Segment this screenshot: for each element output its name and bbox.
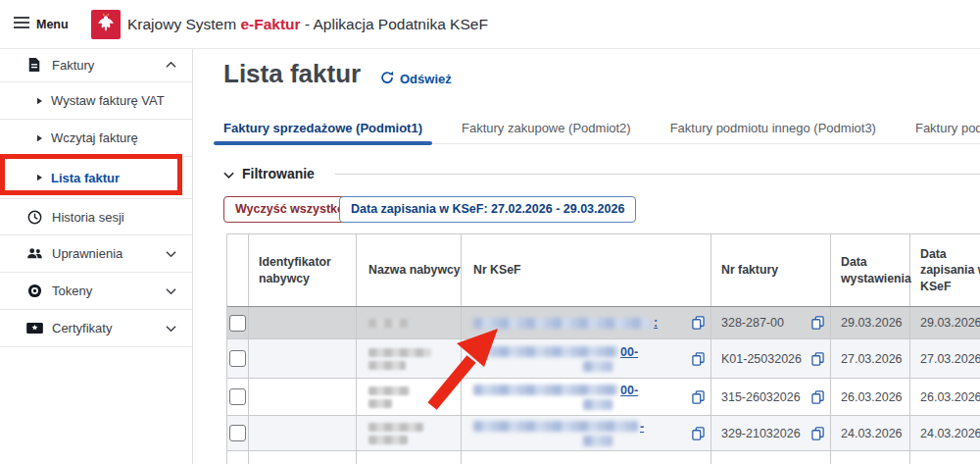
buyer-name-cell <box>357 379 462 415</box>
ksef-app-window: Menu Krajowy System e-Faktur - Aplikacja… <box>0 0 980 464</box>
filter-divider <box>335 174 980 175</box>
redacted-text <box>473 385 618 395</box>
app-header: Menu Krajowy System e-Faktur - Aplikacja… <box>0 0 980 49</box>
sidebar-item-wystaw-fakture-vat[interactable]: Wystaw fakturę VAT <box>0 82 192 120</box>
sidebar-item-label: Wystaw fakturę VAT <box>51 93 165 108</box>
column-header-identyfikator-nabywcy: Identyfikator nabywcy <box>249 234 357 306</box>
issue-date-cell: 26.03.2026 <box>831 379 910 415</box>
buyer-id-cell <box>249 339 357 378</box>
invoice-row[interactable]: 00- 315-26032026 26.03.2026 26.03.2026 <box>227 379 980 416</box>
menu-button[interactable]: Menu <box>14 0 69 48</box>
sidebar-item-label: Tokeny <box>52 284 92 298</box>
issue-date-cell: 24.03.2026 <box>831 416 910 450</box>
copy-icon[interactable] <box>811 427 824 440</box>
redacted-text <box>368 361 406 370</box>
copy-icon[interactable] <box>692 390 705 404</box>
people-icon <box>25 247 43 260</box>
buyer-id-cell <box>249 379 357 415</box>
sidebar-item-label: Lista faktur <box>51 171 120 185</box>
sidebar-item-historia-sesji[interactable]: Historia sesji <box>0 199 192 235</box>
tab-faktury-podmiotu-upowaznionego[interactable]: Faktury podmiotu upoważnionego <box>906 116 980 143</box>
tab-faktury-sprzedazowe[interactable]: Faktury sprzedażowe (Podmiot1) <box>214 116 432 143</box>
clear-all-filters-button[interactable]: Wyczyść wszystko <box>223 196 357 223</box>
redacted-text <box>473 318 652 329</box>
sidebar-nav: Faktury Wystaw fakturę VAT Wczytaj faktu… <box>0 48 193 464</box>
ksef-number-cell: 00- <box>462 339 711 378</box>
invoice-number-cell: 329-21032026 <box>711 416 831 450</box>
ksef-number-link[interactable]: : <box>473 317 658 329</box>
copy-icon[interactable] <box>692 316 705 330</box>
redacted-text <box>368 348 431 357</box>
column-header-data-zapisania: Data zapisania w KSeF <box>910 234 980 306</box>
ksef-number-cell: - <box>462 416 711 450</box>
buyer-id-cell <box>249 416 357 450</box>
ksef-number-link[interactable]: 00- <box>473 346 638 358</box>
invoice-table: Identyfikator nabywcy Nazwa nabywcy Nr K… <box>226 233 980 464</box>
copy-icon[interactable] <box>811 390 824 404</box>
redacted-text <box>473 346 618 357</box>
issue-date-cell: 27.03.2026 <box>831 339 910 378</box>
sidebar-item-certyfikaty[interactable]: Certyfikaty <box>0 310 192 347</box>
column-header-data-wystawienia: Data wystawienia <box>831 234 910 306</box>
column-header-nr-ksef: Nr KSeF <box>462 234 711 306</box>
page-title: Lista faktur <box>223 59 361 89</box>
refresh-button[interactable]: Odśwież <box>380 71 452 87</box>
row-checkbox[interactable] <box>229 350 246 367</box>
ksef-save-date-cell: 27.03.2026 <box>910 339 980 378</box>
triangle-bullet-icon <box>37 174 42 181</box>
copy-icon[interactable] <box>811 352 824 366</box>
refresh-icon <box>380 71 394 87</box>
buyer-name-cell <box>357 307 462 338</box>
ksef-save-date-cell: 29.03.2026 <box>910 307 980 338</box>
ksef-number-link[interactable]: - <box>473 421 644 433</box>
sidebar-item-faktury[interactable]: Faktury <box>0 48 192 82</box>
select-column-header <box>227 234 249 306</box>
invoice-number-cell: 315-26032026 <box>711 379 831 415</box>
sidebar-item-tokeny[interactable]: Tokeny <box>0 273 192 310</box>
sidebar-item-lista-faktur[interactable]: Lista faktur <box>0 157 192 199</box>
sidebar-item-label: Faktury <box>52 58 94 73</box>
row-checkbox[interactable] <box>229 388 246 405</box>
redacted-text <box>583 399 612 410</box>
redacted-text <box>583 436 612 446</box>
filter-section-label: Filtrowanie <box>242 166 315 181</box>
invoice-number-cell: 328-287-00 <box>711 307 831 338</box>
redacted-text <box>368 319 408 328</box>
column-header-nazwa-nabywcy: Nazwa nabywcy <box>357 234 462 306</box>
sidebar-item-wczytaj-fakture[interactable]: Wczytaj fakturę <box>0 120 192 157</box>
invoice-row <box>227 451 980 464</box>
sidebar-item-label: Historia sesji <box>52 210 124 225</box>
filter-section-toggle[interactable]: Filtrowanie <box>223 166 315 181</box>
row-checkbox[interactable] <box>229 315 246 332</box>
invoice-row[interactable]: : 328-287-00 29.03.2026 29.03.2026 <box>227 307 980 339</box>
ksef-save-date-cell: 24.03.2026 <box>910 416 980 450</box>
date-filter-chip[interactable]: Data zapisania w KSeF: 27.02.2026 - 29.0… <box>339 196 636 223</box>
sidebar-item-label: Uprawnienia <box>52 246 122 261</box>
redacted-text <box>368 436 408 444</box>
buyer-name-cell <box>357 339 462 378</box>
ksef-save-date-cell: 26.03.2026 <box>910 379 980 415</box>
copy-icon[interactable] <box>692 352 705 366</box>
ksef-number-link[interactable]: 00- <box>473 385 638 396</box>
chevron-down-icon <box>166 250 176 257</box>
tab-faktury-zakupowe[interactable]: Faktury zakupowe (Podmiot2) <box>452 116 641 143</box>
invoice-number-cell: K01-25032026 <box>711 339 831 378</box>
refresh-label: Odśwież <box>400 72 452 86</box>
redacted-text <box>473 421 638 432</box>
triangle-bullet-icon <box>37 134 42 142</box>
chevron-down-icon <box>166 287 176 294</box>
tab-faktury-podmiotu-innego[interactable]: Faktury podmiotu innego (Podmiot3) <box>661 116 886 143</box>
hamburger-icon <box>14 17 29 31</box>
issue-date-cell: 29.03.2026 <box>831 307 910 338</box>
row-checkbox[interactable] <box>229 425 246 441</box>
certificate-icon <box>25 322 43 335</box>
invoice-row[interactable]: 00- K01-25032026 27.03.2026 27.03.2026 <box>227 339 980 379</box>
copy-icon[interactable] <box>811 316 824 330</box>
invoice-row[interactable]: - 329-21032026 24.03.2026 24.03.2026 <box>227 416 980 451</box>
copy-icon[interactable] <box>692 427 705 440</box>
redacted-text <box>368 387 410 395</box>
clock-icon <box>25 210 43 225</box>
chevron-up-icon <box>166 62 176 69</box>
sidebar-item-uprawnienia[interactable]: Uprawnienia <box>0 235 192 273</box>
table-header-row: Identyfikator nabywcy Nazwa nabywcy Nr K… <box>227 234 980 307</box>
